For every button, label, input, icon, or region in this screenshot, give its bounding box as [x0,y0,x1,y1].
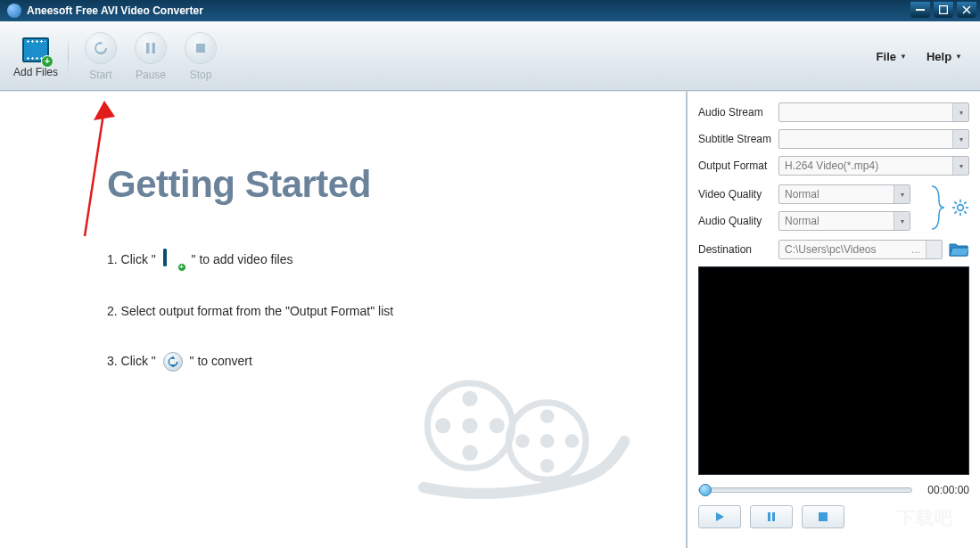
settings-pane: Audio Stream ▾ Subtitle Stream ▾ Output … [688,91,980,548]
svg-line-23 [964,211,967,214]
player-pause-button[interactable] [750,505,793,528]
step-1a-text: 1. Click " [107,252,160,266]
svg-rect-1 [940,6,948,14]
seek-row: 00:00:00 [698,484,969,496]
seek-thumb[interactable] [699,484,712,496]
svg-point-13 [540,409,555,423]
start-label: Start [89,69,111,81]
player-stop-button[interactable] [802,505,844,528]
svg-point-9 [435,418,450,433]
svg-line-24 [964,201,967,204]
chevron-down-icon: ▾ [894,185,910,203]
step-1b-text: " to add video files [192,252,293,266]
toolbar: + Add Files Start Pause Stop File▼ Help▼ [0,21,980,91]
advanced-settings-button[interactable] [951,199,969,217]
chevron-down-icon [926,241,942,258]
file-menu[interactable]: File▼ [877,50,907,63]
svg-rect-0 [916,9,925,11]
app-logo-icon [7,4,21,18]
svg-point-8 [462,445,477,460]
svg-point-14 [540,459,555,473]
svg-point-6 [462,418,477,433]
subtitle-stream-row: Subtitle Stream ▾ [698,129,969,149]
step-3a-text: 3. Click " [107,354,160,368]
destination-field[interactable]: C:\Users\pc\Videos … [778,240,943,259]
open-folder-button[interactable] [948,240,969,259]
destination-value: C:\Users\pc\Videos [785,243,877,256]
svg-point-7 [462,391,477,406]
chevron-down-icon: ▾ [952,157,968,175]
start-button[interactable]: Start [76,32,126,81]
help-menu-label: Help [926,50,951,63]
chevron-down-icon: ▼ [955,53,962,61]
pause-button[interactable]: Pause [126,32,176,81]
audio-stream-select[interactable]: ▾ [778,102,969,122]
add-files-icon: + [20,34,52,66]
svg-point-16 [565,434,580,448]
svg-rect-26 [768,512,770,521]
play-button[interactable] [698,505,741,528]
output-format-row: Output Format H.264 Video(*.mp4) ▾ [698,156,969,176]
content-area: Getting Started 1. Click " + " to add vi… [0,91,980,548]
audio-quality-row: Audio Quality Normal ▾ [698,211,923,231]
step-3b-text: " to convert [190,354,252,368]
output-format-label: Output Format [698,159,778,172]
stop-label: Stop [190,69,212,81]
svg-rect-4 [196,44,205,53]
add-files-inline-icon: + [163,250,185,270]
output-format-value: H.264 Video(*.mp4) [785,159,878,172]
add-files-button[interactable]: + Add Files [11,34,61,78]
add-files-label: Add Files [13,66,58,78]
svg-rect-3 [152,43,156,53]
browse-button[interactable]: … [908,241,924,258]
time-display: 00:00:00 [919,484,969,496]
chevron-down-icon: ▾ [894,212,910,230]
bracket-icon [930,183,944,233]
minimize-button[interactable] [910,2,930,18]
video-quality-select[interactable]: Normal ▾ [778,184,910,204]
step-2: 2. Select output format from the "Output… [107,304,650,318]
pause-icon [135,32,167,64]
file-menu-label: File [877,50,896,63]
subtitle-stream-label: Subtitle Stream [698,133,778,145]
window-controls [910,2,976,18]
svg-point-10 [490,418,505,433]
help-menu[interactable]: Help▼ [926,50,962,63]
convert-inline-icon [163,352,183,372]
svg-line-25 [954,211,957,214]
svg-point-17 [958,205,964,211]
close-button[interactable] [957,2,976,18]
seek-slider[interactable] [698,487,912,493]
title-bar: Aneesoft Free AVI Video Converter [0,0,980,21]
output-format-select[interactable]: H.264 Video(*.mp4) ▾ [778,156,969,176]
stop-icon [185,32,217,64]
video-quality-value: Normal [785,188,819,200]
video-quality-row: Video Quality Normal ▾ [698,184,923,204]
audio-stream-label: Audio Stream [698,106,778,119]
step-1: 1. Click " + " to add video files [107,250,650,270]
svg-line-22 [954,201,957,204]
svg-rect-28 [819,512,828,521]
menu-bar: File▼ Help▼ [877,22,962,90]
audio-quality-value: Normal [785,215,819,227]
audio-stream-row: Audio Stream ▾ [698,102,969,122]
destination-row: Destination C:\Users\pc\Videos … [698,240,969,259]
audio-quality-select[interactable]: Normal ▾ [778,211,910,231]
chevron-down-icon: ▾ [952,103,968,121]
getting-started-steps: 1. Click " + " to add video files 2. Sel… [107,250,650,372]
destination-label: Destination [698,243,778,256]
main-pane: Getting Started 1. Click " + " to add vi… [0,91,688,548]
player-controls [698,505,969,528]
audio-quality-label: Audio Quality [698,215,778,227]
maximize-button[interactable] [934,2,953,18]
subtitle-stream-select[interactable]: ▾ [778,129,969,149]
video-preview [698,266,969,475]
stop-button[interactable]: Stop [176,32,226,81]
svg-point-12 [540,434,555,448]
app-title: Aneesoft Free AVI Video Converter [27,4,203,17]
chevron-down-icon: ▼ [900,53,907,61]
film-reel-decoration [400,361,632,521]
chevron-down-icon: ▾ [952,130,968,148]
toolbar-separator [68,36,69,77]
getting-started-heading: Getting Started [107,163,650,206]
